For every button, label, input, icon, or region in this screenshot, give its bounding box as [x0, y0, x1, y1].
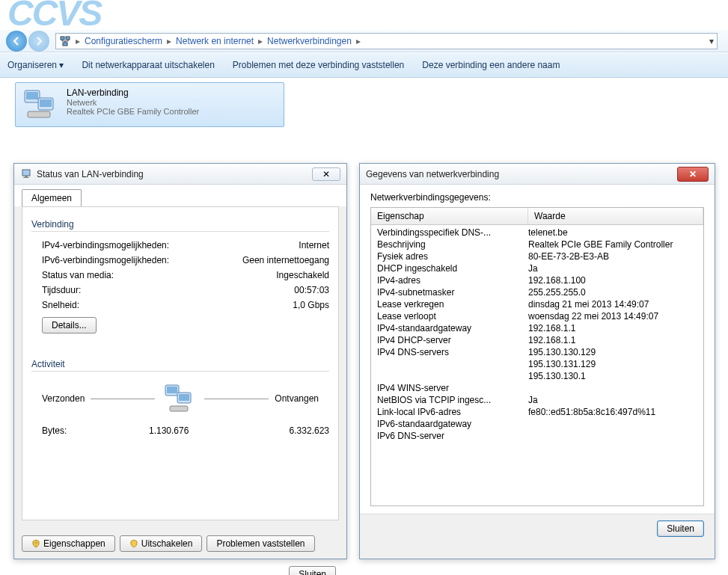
property-name: Fysiek adres — [371, 251, 528, 262]
close-icon: ✕ — [689, 169, 697, 179]
property-name: Verbindingsspecifiek DNS-... — [371, 227, 528, 238]
connection-item[interactable]: LAN-verbinding Netwerk Realtek PCIe GBE … — [15, 82, 284, 127]
svg-rect-6 — [40, 99, 52, 107]
details-table: Eigenschap Waarde Verbindingsspecifiek D… — [370, 207, 704, 506]
svg-rect-10 — [23, 177, 29, 178]
property-value: woensdag 22 mei 2013 14:49:07 — [528, 311, 703, 322]
address-bar[interactable]: ▸ Configuratiescherm ▸ Netwerk en intern… — [55, 33, 718, 49]
ipv6-conn-label: IPv6-verbindingsmogelijkheden: — [42, 255, 169, 265]
property-value: dinsdag 21 mei 2013 14:49:07 — [528, 299, 703, 310]
media-state-label: Status van media: — [42, 270, 114, 280]
svg-rect-14 — [179, 394, 189, 401]
svg-rect-1 — [66, 37, 70, 40]
separator-icon: ▸ — [258, 36, 263, 46]
svg-rect-15 — [170, 406, 188, 411]
details-row[interactable]: Link-local IPv6-adresfe80::ed51:8b5a:8c1… — [371, 406, 703, 418]
details-row[interactable]: IPv4 DHCP-server192.168.1.1 — [371, 334, 703, 346]
speed-value: 1,0 Gbps — [293, 300, 329, 310]
property-value: fe80::ed51:8b5a:8c16:497d%11 — [528, 407, 703, 417]
disable-button[interactable]: Uitschakelen — [120, 535, 203, 552]
details-row[interactable]: IPv4 WINS-server — [371, 382, 703, 394]
property-name: IPv6 DNS-server — [371, 431, 528, 441]
details-dialog: Gegevens van netwerkverbinding ✕ Netwerk… — [359, 163, 715, 559]
close-button[interactable]: Sluiten — [657, 520, 704, 537]
property-value — [528, 383, 703, 393]
separator-icon: ▸ — [76, 36, 80, 46]
title-bar: Gegevens van netwerkverbinding ✕ — [360, 164, 715, 185]
property-value: Ja — [528, 263, 703, 274]
close-button[interactable]: Sluiten — [289, 566, 336, 575]
ipv6-conn-value: Geen internettoegang — [242, 255, 329, 265]
duration-value: 00:57:03 — [294, 285, 329, 295]
breadcrumb-item[interactable]: Netwerkverbindingen — [267, 36, 352, 46]
property-name: IPv4 DHCP-server — [371, 335, 528, 345]
property-value: 80-EE-73-2B-E3-AB — [528, 251, 703, 262]
details-row[interactable]: 195.130.131.129 — [371, 358, 703, 370]
bytes-sent-value: 1.130.676 — [149, 425, 189, 436]
details-button[interactable]: Details... — [42, 317, 97, 333]
svg-rect-7 — [28, 111, 50, 117]
details-row[interactable]: IPv4-subnetmasker255.255.255.0 — [371, 286, 703, 298]
details-row[interactable]: Fysiek adres80-EE-73-2B-E3-AB — [371, 250, 703, 262]
close-icon: ✕ — [322, 169, 330, 179]
details-row[interactable]: IPv4-standaardgateway192.168.1.1 — [371, 322, 703, 334]
property-name: Link-local IPv6-adres — [371, 407, 528, 417]
details-row[interactable]: DHCP ingeschakeldJa — [371, 262, 703, 274]
properties-button[interactable]: Eigenschappen — [22, 535, 115, 552]
breadcrumb-item[interactable]: Netwerk en internet — [176, 36, 254, 46]
details-row[interactable]: 195.130.130.1 — [371, 370, 703, 382]
connection-name: LAN-verbinding — [67, 87, 199, 98]
svg-rect-8 — [22, 170, 30, 176]
diagnose-button[interactable]: Problemen met deze verbinding vaststelle… — [233, 60, 404, 70]
property-name: Lease verloopt — [371, 311, 528, 322]
connection-device: Realtek PCIe GBE Family Controller — [67, 107, 199, 116]
navigation-bar: ▸ Configuratiescherm ▸ Netwerk en intern… — [0, 30, 728, 52]
back-button[interactable] — [6, 31, 27, 52]
dialog-title: Gegevens van netwerkverbinding — [366, 169, 677, 179]
property-name: IPv4-standaardgateway — [371, 323, 528, 333]
close-button[interactable]: ✕ — [677, 167, 709, 182]
column-value[interactable]: Waarde — [528, 208, 703, 224]
svg-rect-12 — [167, 387, 177, 393]
sent-label: Verzonden — [42, 393, 85, 404]
dialog-title: Status van LAN-verbinding — [37, 169, 312, 179]
tab-general[interactable]: Algemeen — [22, 189, 82, 206]
svg-rect-0 — [61, 37, 64, 40]
details-row[interactable]: IPv4-adres192.168.1.100 — [371, 274, 703, 286]
ipv4-conn-value: Internet — [299, 240, 329, 250]
speed-label: Snelheid: — [42, 300, 79, 310]
property-value: Ja — [528, 395, 703, 405]
details-row[interactable]: IPv6-standaardgateway — [371, 418, 703, 430]
ipv4-conn-label: IPv4-verbindingsmogelijkheden: — [42, 240, 169, 250]
details-row[interactable]: NetBIOS via TCPIP ingesc...Ja — [371, 394, 703, 406]
details-row[interactable]: Lease verkregendinsdag 21 mei 2013 14:49… — [371, 298, 703, 310]
received-label: Ontvangen — [275, 393, 319, 404]
details-row[interactable]: Lease verlooptwoensdag 22 mei 2013 14:49… — [371, 310, 703, 322]
property-name: IPv6-standaardgateway — [371, 419, 528, 429]
dropdown-icon[interactable]: ▾ — [709, 36, 714, 46]
diagnose-button[interactable]: Problemen vaststellen — [207, 535, 314, 552]
details-label: Netwerkverbindingsgegevens: — [370, 192, 704, 203]
rename-button[interactable]: Deze verbinding een andere naam — [422, 60, 560, 70]
details-row[interactable]: BeschrijvingRealtek PCIe GBE Family Cont… — [371, 239, 703, 250]
forward-button[interactable] — [28, 31, 49, 52]
network-adapter-icon — [22, 87, 61, 120]
property-value: 195.130.131.129 — [528, 359, 703, 369]
property-name: IPv4-adres — [371, 275, 528, 286]
svg-rect-9 — [25, 176, 28, 177]
breadcrumb-item[interactable]: Configuratiescherm — [85, 36, 162, 46]
shield-icon — [31, 539, 40, 548]
column-property[interactable]: Eigenschap — [371, 208, 528, 224]
svg-rect-2 — [63, 43, 67, 46]
property-name: Lease verkregen — [371, 299, 528, 310]
details-row[interactable]: Verbindingsspecifiek DNS-...telenet.be — [371, 227, 703, 239]
organize-menu[interactable]: Organiseren ▾ — [7, 60, 64, 70]
property-value: 195.130.130.1 — [528, 371, 703, 381]
bytes-label: Bytes: — [42, 425, 67, 436]
title-bar: Status van LAN-verbinding ✕ — [14, 164, 346, 185]
disable-device-button[interactable]: Dit netwerkapparaat uitschakelen — [82, 60, 214, 70]
details-row[interactable]: IPv4 DNS-servers195.130.130.129 — [371, 346, 703, 358]
separator-icon: ▸ — [167, 36, 171, 46]
details-row[interactable]: IPv6 DNS-server — [371, 430, 703, 442]
close-button[interactable]: ✕ — [312, 167, 340, 181]
